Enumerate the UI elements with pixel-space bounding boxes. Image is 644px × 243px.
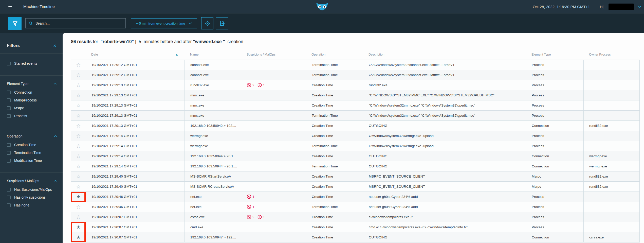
- filter-item-has-suspicions-malops[interactable]: Has Suspicions/MalOps: [7, 187, 57, 192]
- search-icon: [29, 21, 33, 26]
- cell-description: OUTGOING: [363, 151, 526, 161]
- star-icon-outline[interactable]: ☆: [76, 73, 81, 78]
- filter-item-label: Process: [14, 114, 27, 118]
- table-row[interactable]: ★19/10/2021 17:30:07 GMT+01192.168.0.103…: [71, 232, 639, 242]
- username-redacted[interactable]: [609, 4, 634, 10]
- table-row[interactable]: ☆19/10/2021 17:29:12 GMT+01conhost.exeTe…: [71, 70, 639, 80]
- filter-item-connection[interactable]: Connection: [7, 90, 57, 94]
- table-row[interactable]: ☆19/10/2021 17:29:13 GMT+01mmc.exeCreati…: [71, 90, 639, 100]
- star-icon-outline[interactable]: ☆: [76, 184, 81, 189]
- table-row[interactable]: ★19/10/2021 17:30:07 GMT+01cmd.exeCreati…: [71, 222, 639, 232]
- star-icon-outline[interactable]: ☆: [76, 93, 81, 98]
- checkbox[interactable]: [7, 98, 11, 102]
- checkbox[interactable]: [7, 151, 11, 155]
- table-row[interactable]: ★19/10/2021 17:29:46 GMT+01net.exe1Creat…: [71, 192, 639, 202]
- checkbox[interactable]: [7, 62, 11, 65]
- star-icon-outline[interactable]: ☆: [76, 123, 81, 128]
- table-row[interactable]: ☆19/10/2021 17:29:13 GMT+01mmc.exeTermin…: [71, 111, 639, 121]
- column-header-description[interactable]: Description: [363, 53, 526, 56]
- cell-owner-process: [584, 212, 639, 222]
- filter-section-header[interactable]: Element Type: [7, 82, 57, 86]
- filter-item-termination-time[interactable]: Termination Time: [7, 151, 57, 155]
- table-row[interactable]: ☆19/10/2021 17:29:14 GMT+01wermgr.exeTer…: [71, 141, 639, 151]
- filter-item-process[interactable]: Process: [7, 114, 57, 118]
- table-row[interactable]: ☆19/10/2021 17:29:40 GMT+01MS-SCMR RStar…: [71, 171, 639, 182]
- filter-item-malopprocess[interactable]: MalopProcess: [7, 98, 57, 102]
- suspicions-badges: 1: [247, 205, 256, 209]
- table-row[interactable]: ☆19/10/2021 17:29:13 GMT+01rundll32.exe2…: [71, 80, 639, 90]
- column-header-owner-process[interactable]: Owner Process: [583, 53, 639, 56]
- filter-toggle-button[interactable]: [8, 17, 22, 30]
- export-button[interactable]: [216, 17, 228, 29]
- cell-element-type: Connection: [526, 232, 584, 242]
- user-greeting: Hi,: [600, 5, 604, 9]
- checkbox[interactable]: [7, 106, 11, 110]
- cell-description: rundll32.exe: [363, 80, 526, 90]
- cell-description: net user gh0st Cyber!234% /add: [363, 202, 526, 212]
- star-icon-outline[interactable]: ☆: [76, 133, 81, 138]
- star-icon-outline[interactable]: ☆: [76, 204, 81, 210]
- table-row[interactable]: ☆19/10/2021 17:29:14 GMT+01192.168.0.103…: [71, 161, 639, 171]
- search-box[interactable]: [25, 18, 126, 28]
- filter-item-creation-time[interactable]: Creation Time: [7, 143, 57, 147]
- star-icon-outline[interactable]: ☆: [76, 113, 81, 118]
- star-icon-outline[interactable]: ☆: [76, 103, 81, 108]
- checkbox[interactable]: [7, 203, 11, 207]
- filter-item-has-only-suspicions[interactable]: Has only suspicions: [7, 195, 57, 199]
- star-icon-outline[interactable]: ☆: [76, 62, 81, 67]
- user-menu-chevron-down-icon[interactable]: [638, 6, 641, 8]
- star-icon-outline[interactable]: ☆: [76, 164, 81, 169]
- menu-icon[interactable]: [8, 4, 14, 9]
- star-icon-outline[interactable]: ☆: [76, 174, 81, 179]
- column-header-operation[interactable]: Operation: [306, 53, 363, 56]
- cell-name: conhost.exe: [185, 70, 241, 80]
- cell-owner-process: csrss.exe: [584, 232, 639, 242]
- star-icon-outline[interactable]: ☆: [76, 83, 81, 88]
- filter-item-starred-events[interactable]: Starred events: [7, 61, 57, 65]
- star-icon-filled[interactable]: ★: [76, 194, 81, 199]
- cell-operation: Creation Time: [306, 151, 363, 161]
- star-icon-outline[interactable]: ☆: [76, 144, 81, 149]
- table-row[interactable]: ☆19/10/2021 17:30:07 GMT+01csrss.exe21Cr…: [71, 212, 639, 222]
- cell-date: 19/10/2021 17:29:40 GMT+01: [86, 171, 185, 181]
- cell-operation: Termination Time: [306, 111, 363, 120]
- cell-suspicions: [241, 100, 306, 110]
- star-icon-filled[interactable]: ★: [76, 235, 81, 240]
- table-row[interactable]: ☆19/10/2021 17:29:46 GMT+01net.exe1Termi…: [71, 202, 639, 212]
- column-header-suspicions-malops[interactable]: Suspicions / MalOps: [241, 53, 306, 56]
- table-row[interactable]: ☆19/10/2021 17:29:13 GMT+01192.168.0.103…: [71, 121, 639, 131]
- checkbox[interactable]: [7, 188, 11, 192]
- checkbox[interactable]: [7, 114, 11, 118]
- sort-asc-icon[interactable]: [176, 54, 178, 56]
- table-row[interactable]: ☆19/10/2021 17:29:14 GMT+01192.168.0.103…: [71, 151, 639, 161]
- checkbox[interactable]: [7, 91, 11, 94]
- filter-item-modification-time[interactable]: Modification Time: [7, 159, 57, 163]
- filter-section-header[interactable]: Suspicions / MalOps: [7, 179, 57, 183]
- close-icon[interactable]: ✕: [53, 43, 57, 48]
- table-row[interactable]: ☆19/10/2021 17:29:40 GMT+01MS-SCMR RCrea…: [71, 182, 639, 192]
- time-range-label: +-5 min from event creation time: [136, 22, 185, 25]
- column-header-name[interactable]: Name: [185, 53, 241, 56]
- results-summary-segment: creation: [225, 39, 243, 44]
- column-header-date[interactable]: Date: [86, 53, 185, 56]
- table-row[interactable]: ☆19/10/2021 17:29:13 GMT+01mmc.exeCreati…: [71, 100, 639, 111]
- star-icon-filled[interactable]: ★: [76, 225, 81, 230]
- star-icon-outline[interactable]: ☆: [76, 215, 81, 220]
- time-range-dropdown[interactable]: +-5 min from event creation time: [131, 18, 197, 28]
- filters-title: Filters: [7, 43, 20, 48]
- checkbox[interactable]: [7, 159, 11, 163]
- table-row[interactable]: ☆19/10/2021 17:29:12 GMT+01conhost.exeTe…: [71, 60, 639, 70]
- filter-item-msrpc[interactable]: Msrpc: [7, 106, 57, 110]
- cell-date: 19/10/2021 17:29:12 GMT+01: [86, 60, 185, 70]
- checkbox[interactable]: [7, 196, 11, 199]
- column-header-element-type[interactable]: Element Type: [526, 53, 583, 56]
- filter-section-title: Suspicions / MalOps: [7, 179, 39, 183]
- filter-item-has-none[interactable]: Has none: [7, 203, 57, 207]
- filter-section-header[interactable]: Operation: [7, 134, 57, 138]
- locate-event-button[interactable]: [201, 17, 213, 29]
- column-header-label: Name: [190, 53, 198, 56]
- star-icon-outline[interactable]: ☆: [76, 154, 81, 159]
- search-input[interactable]: [35, 21, 122, 25]
- checkbox[interactable]: [7, 143, 11, 147]
- table-row[interactable]: ☆19/10/2021 17:29:14 GMT+01wermgr.exeCre…: [71, 131, 639, 141]
